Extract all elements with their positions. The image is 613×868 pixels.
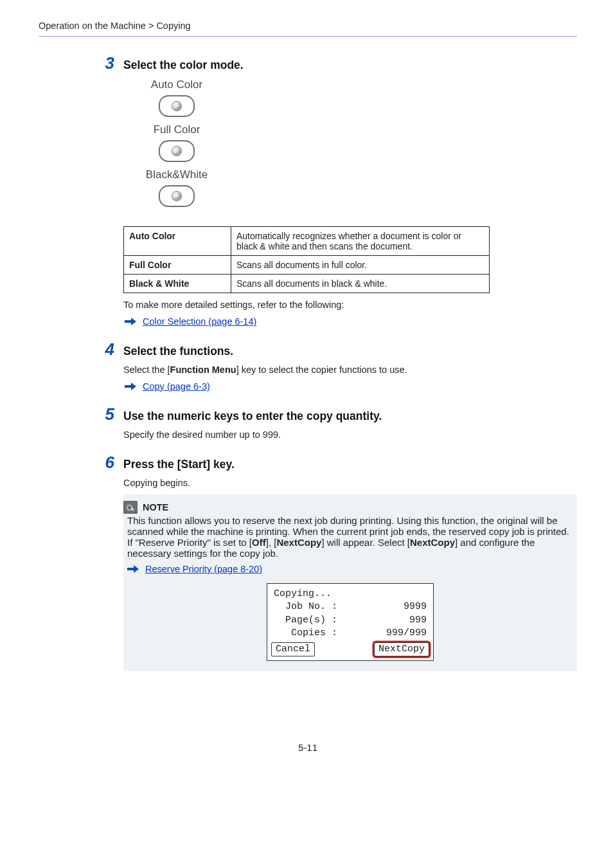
mode-label-black-white: Black&White xyxy=(135,168,218,181)
lcd-pages-value: 999 xyxy=(409,614,427,627)
step-6-header: 6 Press the [Start] key. xyxy=(95,454,577,471)
table-row: Black & White Scans all documents in bla… xyxy=(124,275,490,293)
step-6: 6 Press the [Start] key. Copying begins.… xyxy=(123,454,577,671)
copy-link[interactable]: Copy (page 6-3) xyxy=(143,381,210,392)
step-number: 3 xyxy=(95,55,114,71)
arrow-icon xyxy=(127,565,139,574)
step-title: Press the [Start] key. xyxy=(123,458,235,471)
note-header: NOTE xyxy=(123,494,577,515)
mode-label-full-color: Full Color xyxy=(135,123,218,136)
step-6-body: Copying begins. xyxy=(123,478,577,488)
color-mode-panel: Auto Color Full Color Black&White xyxy=(135,78,218,212)
mode-label-auto-color: Auto Color xyxy=(135,78,218,91)
step-title: Select the functions. xyxy=(123,345,233,358)
cell-mode-name: Auto Color xyxy=(124,227,231,256)
black-white-button[interactable] xyxy=(159,185,195,207)
note-box: NOTE This function allows you to reserve… xyxy=(123,494,577,671)
step-title: Use the numeric keys to enter the copy q… xyxy=(123,410,382,423)
step-5-body: Specify the desired number up to 999. xyxy=(123,429,577,440)
arrow-icon xyxy=(125,317,136,326)
lcd-pages-label: Page(s) : xyxy=(274,614,337,627)
text: Select the [ xyxy=(123,365,170,375)
lcd-title: Copying... xyxy=(274,588,332,601)
step-number: 6 xyxy=(95,454,114,471)
lcd-jobno-label: Job No. : xyxy=(274,601,337,613)
step-4-header: 4 Select the functions. xyxy=(95,341,577,358)
step-3: 3 Select the color mode. Auto Color Full… xyxy=(123,55,577,327)
page-number: 5-11 xyxy=(39,742,577,753)
reserve-priority-link[interactable]: Reserve Priority (page 8-20) xyxy=(145,564,262,574)
keyword-off: Off xyxy=(252,537,266,548)
step-title: Select the color mode. xyxy=(123,59,244,72)
document-page: Operation on the Machine > Copying 3 Sel… xyxy=(0,0,613,766)
lcd-copies-label: Copies : xyxy=(274,627,337,640)
lcd-cancel-button[interactable]: Cancel xyxy=(271,642,315,656)
cell-mode-name: Full Color xyxy=(124,256,231,275)
full-color-button[interactable] xyxy=(159,140,195,162)
header-divider xyxy=(39,36,577,37)
copy-link-row: Copy (page 6-3) xyxy=(125,381,577,392)
text: ] key to select the copier functions to … xyxy=(236,365,407,375)
note-body: This function allows you to reserve the … xyxy=(123,515,577,559)
step-number: 5 xyxy=(95,406,114,422)
lcd-jobno-value: 9999 xyxy=(404,601,427,613)
keyword-nextcopy: NextCopy xyxy=(276,537,321,548)
lcd-pages-row: Page(s) :999 xyxy=(274,614,427,627)
step-5-header: 5 Use the numeric keys to enter the copy… xyxy=(95,406,577,423)
breadcrumb: Operation on the Machine > Copying xyxy=(39,21,577,31)
lcd-screen: Copying... Job No. :9999 Page(s) :999 Co… xyxy=(267,583,434,661)
lcd-copies-row: Copies :999/999 xyxy=(274,627,427,640)
text: ], [ xyxy=(266,537,277,548)
function-menu-key: Function Menu xyxy=(170,365,236,375)
note-icon xyxy=(123,501,138,514)
cell-mode-name: Black & White xyxy=(124,275,231,293)
lcd-nextcopy-button[interactable]: NextCopy xyxy=(374,642,429,656)
step-4: 4 Select the functions. Select the [Func… xyxy=(123,341,577,392)
cell-mode-desc: Automatically recognizes whether a docum… xyxy=(231,227,490,256)
color-selection-link[interactable]: Color Selection (page 6-14) xyxy=(143,316,256,327)
note-title: NOTE xyxy=(143,502,168,512)
lcd-status: Copying... xyxy=(274,588,427,601)
text: ] will appear. Select [ xyxy=(321,537,410,548)
reserve-priority-link-row: Reserve Priority (page 8-20) xyxy=(125,564,577,574)
table-row: Full Color Scans all documents in full c… xyxy=(124,256,490,275)
auto-color-button[interactable] xyxy=(159,95,195,117)
step-5: 5 Use the numeric keys to enter the copy… xyxy=(123,406,577,440)
step-4-body: Select the [Function Menu] key to select… xyxy=(123,365,577,375)
color-mode-table: Auto Color Automatically recognizes whet… xyxy=(123,226,490,293)
lcd-copies-value: 999/999 xyxy=(386,627,427,640)
keyword-nextcopy: NextCopy xyxy=(410,537,455,548)
arrow-icon xyxy=(125,382,136,391)
step-number: 4 xyxy=(95,341,114,357)
lcd-job-row: Job No. :9999 xyxy=(274,601,427,613)
color-selection-link-row: Color Selection (page 6-14) xyxy=(125,316,577,327)
cell-mode-desc: Scans all documents in black & white. xyxy=(231,275,490,293)
table-row: Auto Color Automatically recognizes whet… xyxy=(124,227,490,256)
detail-settings-text: To make more detailed settings, refer to… xyxy=(123,300,577,310)
cell-mode-desc: Scans all documents in full color. xyxy=(231,256,490,275)
step-3-header: 3 Select the color mode. xyxy=(95,55,577,72)
